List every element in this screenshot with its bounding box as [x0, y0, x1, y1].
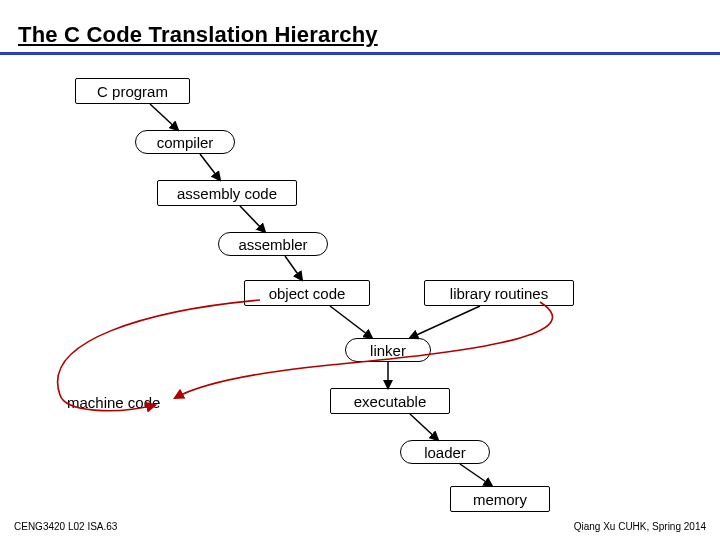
node-executable: executable [330, 388, 450, 414]
node-loader: loader [400, 440, 490, 464]
footer-right: Qiang Xu CUHK, Spring 2014 [574, 521, 706, 532]
arrow-assembler-object [285, 256, 302, 280]
arrow-compiler-assembly [200, 154, 220, 180]
node-c-program: C program [75, 78, 190, 104]
node-memory: memory [450, 486, 550, 512]
node-object-code: object code [244, 280, 370, 306]
slide-title: The C Code Translation Hierarchy [18, 22, 702, 48]
arrow-object-linker [330, 306, 372, 338]
node-library-routines: library routines [424, 280, 574, 306]
footer-left: CENG3420 L02 ISA.63 [14, 521, 117, 532]
node-assembler: assembler [218, 232, 328, 256]
arrow-executable-loader [410, 414, 438, 440]
node-linker: linker [345, 338, 431, 362]
node-machine-code: machine code [67, 394, 160, 411]
node-compiler: compiler [135, 130, 235, 154]
arrow-cprogram-compiler [150, 104, 178, 130]
arrow-loader-memory [460, 464, 492, 486]
node-assembly-code: assembly code [157, 180, 297, 206]
arrow-library-linker [410, 306, 480, 338]
arrow-assembly-assembler [240, 206, 265, 232]
title-rule [0, 52, 720, 55]
